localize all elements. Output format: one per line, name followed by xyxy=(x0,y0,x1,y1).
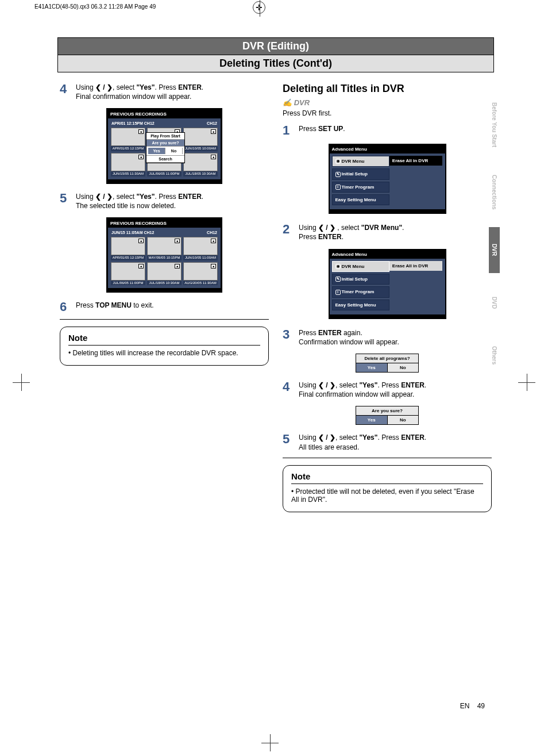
t: . xyxy=(343,125,345,133)
cap: JUL/18/05 10:30AM xyxy=(147,281,182,286)
advanced-menu-2: Advanced Menu ◉DVR Menu ✎Initial Setup ≡… xyxy=(329,249,446,319)
step-number: 4 xyxy=(283,381,299,399)
step-number: 3 xyxy=(283,328,299,347)
step-body: Using ❮ / ❯, select "Yes". Press ENTER. … xyxy=(299,433,492,451)
dlg-title: Are you sure? xyxy=(356,406,418,416)
yes-label: "Yes" xyxy=(136,83,155,91)
t: Press xyxy=(299,233,318,241)
step-body: Press SET UP. xyxy=(299,124,492,137)
cap: JUL/06/05 11:00PM xyxy=(111,281,145,286)
cap: JUN/10/05 11:00AM xyxy=(183,255,218,260)
osd-title: PREVIOUS RECORDINGS xyxy=(108,110,221,118)
advanced-menu-1: Advanced Menu ◉DVR Menu ✎Initial Setup ≡… xyxy=(329,144,446,214)
step-body: Using ❮ / ❯ , select "DVR Menu". Press E… xyxy=(299,223,492,241)
menu-play: Play From Start xyxy=(146,133,184,140)
setup-label: SET UP xyxy=(318,125,343,133)
right-step-1: 1 Press SET UP. xyxy=(283,124,492,137)
dlg-yes: Yes xyxy=(356,416,388,424)
enter-label: ENTER xyxy=(401,381,424,389)
t: . Press xyxy=(377,381,401,389)
thumb: ■ xyxy=(183,237,218,255)
adv-row-initial-setup: ✎Initial Setup xyxy=(332,274,389,285)
thumb: ■ xyxy=(111,237,145,255)
dlg-no: No xyxy=(388,416,419,424)
dvr-badge-icon: ✍ DVR xyxy=(283,98,492,107)
t: , select xyxy=(335,224,361,232)
cap: JUN/15/05 11:30AM xyxy=(111,171,145,176)
note-title: Note xyxy=(68,333,260,346)
menu-yes: Yes xyxy=(148,148,165,154)
osd-previous-recordings-2: PREVIOUS RECORDINGS JUN/15 11:05AM CH12 … xyxy=(106,217,222,293)
page-number: EN 49 xyxy=(460,702,485,710)
title-sub: Deleting Titles (Cont'd) xyxy=(57,55,494,72)
wrench-icon: ✎ xyxy=(335,172,341,177)
adv-row-dvr-menu: ◉DVR Menu xyxy=(332,156,389,167)
note-bullet: • Deleting titles will increase the reco… xyxy=(68,349,260,357)
left-column: 4 Using ❮ / ❯, select "Yes". Press ENTER… xyxy=(57,83,276,512)
adv-row-dvr-menu: ◉DVR Menu xyxy=(332,261,389,272)
right-step-4: 4 Using ❮ / ❯, select "Yes". Press ENTER… xyxy=(283,381,492,399)
cap: JUL/06/05 11:00PM xyxy=(147,171,182,176)
step-desc: Final confirmation window will appear. xyxy=(299,390,414,398)
t: Using xyxy=(299,381,318,389)
step-body: Using ❮ / ❯, select "Yes". Press ENTER. … xyxy=(76,192,269,210)
thumb: ■ xyxy=(111,153,145,171)
step-body: Using ❮ / ❯, select "Yes". Press ENTER. … xyxy=(76,83,269,101)
t: Using xyxy=(299,433,318,442)
dlg-yes: Yes xyxy=(356,363,388,372)
step-number: 5 xyxy=(60,192,76,210)
crop-mark-bottom xyxy=(261,734,279,751)
step-desc: Final confirmation window will appear. xyxy=(76,93,191,101)
thumb: ■ xyxy=(111,128,145,146)
cap: JUL/18/05 10:30AM xyxy=(183,171,218,176)
yes-label: "Yes" xyxy=(359,433,377,442)
tab-others: Others xyxy=(489,333,500,379)
osd-title: PREVIOUS RECORDINGS xyxy=(108,219,221,228)
t: . Press xyxy=(155,193,178,201)
arrows-icon: ❮ / ❯ xyxy=(318,381,335,389)
t: again. xyxy=(342,329,362,337)
enter-label: ENTER xyxy=(401,433,424,442)
enter-label: ENTER xyxy=(178,83,202,91)
tab-connections: Connections xyxy=(489,164,500,220)
osd-header-left: JUN/15 11:05AM CH12 xyxy=(111,231,154,235)
step-number: 5 xyxy=(283,433,299,451)
t: . Press xyxy=(377,433,401,442)
side-tabs: Before You Start Connections DVR DVD Oth… xyxy=(489,92,500,379)
t: Using xyxy=(299,224,318,232)
t: , select xyxy=(113,193,136,201)
cap: APR/01/05 12:15PM xyxy=(111,255,145,260)
osd-previous-recordings-1: PREVIOUS RECORDINGS APR/01 12:15PM CH12 … xyxy=(106,108,222,183)
adv-row-timer-program: ≡Timer Program xyxy=(332,286,389,297)
crop-mark-left xyxy=(13,374,30,391)
osd-context-menu: Play From Start Are you sure? YesNo Sear… xyxy=(146,132,185,163)
cap: AUG/20/05 11:30AM xyxy=(183,281,218,286)
note-title: Note xyxy=(291,471,483,484)
dvr-menu-label: "DVR Menu" xyxy=(361,224,402,232)
list-icon: ≡ xyxy=(335,290,341,295)
tab-before-you-start: Before You Start xyxy=(489,92,500,158)
thumb: ■ xyxy=(147,237,182,255)
t: . xyxy=(402,224,404,232)
arrows-icon: ❮ / ❯ xyxy=(95,83,113,91)
page-no: 49 xyxy=(477,702,485,710)
step-body: Press TOP MENU to exit. xyxy=(76,301,269,313)
right-step-3: 3 Press ENTER again. Confirmation window… xyxy=(283,328,492,347)
left-step-4: 4 Using ❮ / ❯, select "Yes". Press ENTER… xyxy=(60,83,269,101)
thumb: ■ xyxy=(147,262,182,281)
menu-search: Search xyxy=(146,156,184,163)
t: first. xyxy=(317,109,331,117)
left-step-6: 6 Press TOP MENU to exit. xyxy=(60,301,269,320)
adv-title: Advanced Menu xyxy=(330,250,445,259)
cap: MAY/09/05 10:15PM xyxy=(147,255,182,260)
t: . Press xyxy=(155,83,178,91)
intro: Press DVR first. xyxy=(283,109,492,117)
enter-label: ENTER xyxy=(178,193,202,201)
page-content: DVR (Editing) Deleting Titles (Cont'd) 4… xyxy=(57,37,494,512)
enter-label: ENTER xyxy=(318,233,342,241)
thumb: ■ xyxy=(183,262,218,281)
lang-code: EN xyxy=(460,702,470,710)
arrows-icon: ❮ / ❯ xyxy=(95,193,113,201)
crop-mark-right xyxy=(518,374,535,391)
t: . xyxy=(342,233,344,241)
